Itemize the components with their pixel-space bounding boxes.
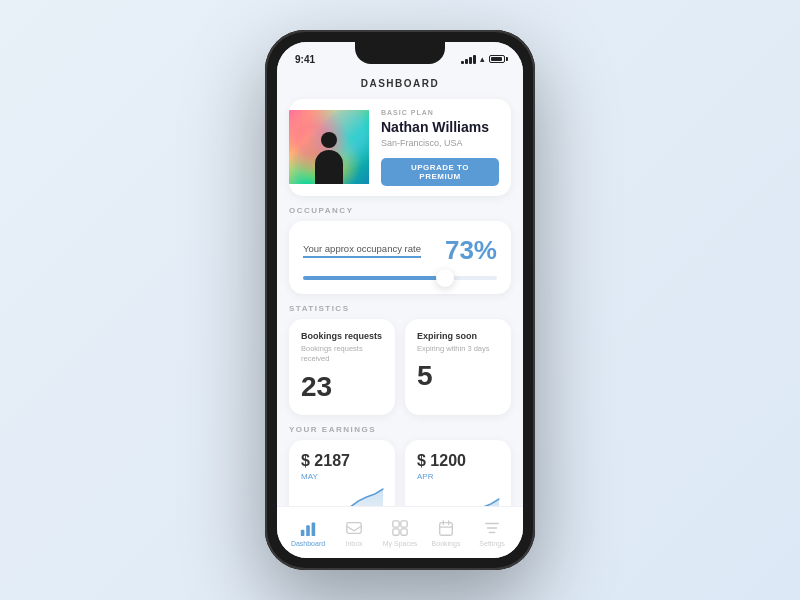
- earnings-section-title: YOUR EARNINGS: [289, 425, 511, 434]
- expiring-value: 5: [417, 360, 499, 392]
- battery-icon: [489, 55, 505, 63]
- earnings-period-1: MAY: [301, 472, 383, 481]
- svg-rect-7: [401, 520, 407, 526]
- svg-rect-3: [306, 525, 310, 536]
- earnings-card-1: $ 2187 MAY: [289, 440, 395, 506]
- phone-wrapper: 9:41 ▴ DASHBOARD: [265, 30, 535, 570]
- upgrade-button[interactable]: UPGRADE TO PREMIUM: [381, 158, 499, 186]
- nav-label-settings: Settings: [479, 540, 504, 547]
- page-title: DASHBOARD: [277, 70, 523, 99]
- svg-rect-6: [393, 520, 399, 526]
- bottom-nav: Dashboard Inbox My Spaces: [277, 506, 523, 558]
- profile-name: Nathan Williams: [381, 119, 499, 136]
- bookings-sublabel: Bookings requests received: [301, 344, 383, 365]
- bar-chart-icon: [299, 519, 317, 537]
- svg-marker-0: [301, 489, 383, 506]
- expiring-stat-card: Expiring soon Expiring within 3 days 5: [405, 319, 511, 415]
- svg-rect-9: [401, 528, 407, 534]
- nav-item-inbox[interactable]: Inbox: [331, 519, 377, 547]
- content-area: DASHBOARD BASIC PLAN Nathan Williams San…: [277, 70, 523, 506]
- bookings-label: Bookings requests: [301, 331, 383, 341]
- earnings-chart-2: [417, 489, 499, 506]
- statistics-section: STATISTICS Bookings requests Bookings re…: [289, 304, 511, 415]
- nav-item-dashboard[interactable]: Dashboard: [285, 519, 331, 547]
- slider-thumb: [436, 269, 454, 287]
- notch: [355, 42, 445, 64]
- nav-item-settings[interactable]: Settings: [469, 519, 515, 547]
- slider-fill: [303, 276, 445, 280]
- earnings-section: YOUR EARNINGS $ 2187 MAY: [289, 425, 511, 506]
- inbox-icon: [345, 519, 363, 537]
- earnings-chart-1: [301, 489, 383, 506]
- bookings-icon: [437, 519, 455, 537]
- status-time: 9:41: [295, 54, 315, 65]
- expiring-label: Expiring soon: [417, 331, 499, 341]
- nav-label-inbox: Inbox: [345, 540, 362, 547]
- profile-location: San-Francisco, USA: [381, 138, 499, 148]
- occupancy-section: OCCUPANCY Your approx occupancy rate 73%: [289, 206, 511, 294]
- signal-icon: [461, 55, 476, 64]
- svg-rect-2: [301, 529, 305, 535]
- nav-label-spaces: My Spaces: [383, 540, 418, 547]
- wifi-icon: ▴: [480, 54, 485, 64]
- profile-info: BASIC PLAN Nathan Williams San-Francisco…: [369, 99, 511, 196]
- nav-item-spaces[interactable]: My Spaces: [377, 519, 423, 547]
- earnings-card-2: $ 1200 APR: [405, 440, 511, 506]
- profile-card: BASIC PLAN Nathan Williams San-Francisco…: [289, 99, 511, 196]
- earnings-value-2: $ 1200: [417, 452, 499, 470]
- earnings-value-1: $ 2187: [301, 452, 383, 470]
- settings-icon: [483, 519, 501, 537]
- bookings-stat-card: Bookings requests Bookings requests rece…: [289, 319, 395, 415]
- profile-image: [289, 110, 369, 184]
- occupancy-section-title: OCCUPANCY: [289, 206, 511, 215]
- spaces-icon: [391, 519, 409, 537]
- occupancy-slider[interactable]: [303, 276, 497, 280]
- bookings-value: 23: [301, 371, 383, 403]
- nav-label-dashboard: Dashboard: [291, 540, 325, 547]
- phone-screen: 9:41 ▴ DASHBOARD: [277, 42, 523, 558]
- status-icons: ▴: [461, 54, 505, 64]
- earnings-period-2: APR: [417, 472, 499, 481]
- occupancy-label: Your approx occupancy rate: [303, 243, 421, 258]
- svg-rect-8: [393, 528, 399, 534]
- occupancy-value: 73%: [445, 235, 497, 266]
- svg-rect-4: [312, 522, 316, 536]
- statistics-section-title: STATISTICS: [289, 304, 511, 313]
- expiring-sublabel: Expiring within 3 days: [417, 344, 499, 355]
- svg-rect-10: [440, 522, 453, 535]
- nav-label-bookings: Bookings: [432, 540, 461, 547]
- nav-item-bookings[interactable]: Bookings: [423, 519, 469, 547]
- plan-badge: BASIC PLAN: [381, 109, 499, 116]
- occupancy-card: Your approx occupancy rate 73%: [289, 221, 511, 294]
